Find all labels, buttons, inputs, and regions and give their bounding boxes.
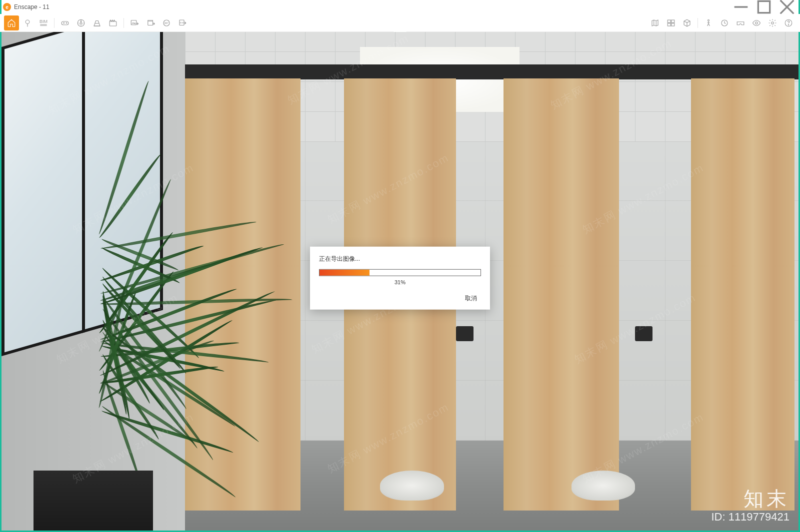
gamepad-button[interactable]	[58, 15, 72, 30]
exe-icon: EXE	[178, 18, 187, 27]
panorama-icon: 360°	[162, 18, 171, 27]
svg-rect-24	[668, 20, 670, 22]
sun-button[interactable]	[717, 15, 732, 30]
svg-point-31	[772, 21, 774, 24]
dialog-title: 正在导出图像...	[319, 255, 481, 263]
help-icon	[784, 18, 793, 27]
svg-rect-15	[110, 21, 116, 26]
library-icon	[666, 18, 676, 27]
svg-text:EXE: EXE	[180, 21, 184, 23]
svg-rect-17	[148, 21, 153, 25]
map-icon	[650, 18, 660, 27]
cube-button[interactable]	[680, 15, 694, 30]
walk-icon	[704, 18, 713, 27]
bim-button[interactable]: BIM	[36, 15, 51, 30]
clapperboard-icon	[108, 18, 118, 27]
compass-button[interactable]	[74, 15, 88, 30]
video-button[interactable]	[106, 15, 120, 30]
perspective-icon	[92, 18, 102, 27]
progress-percent: 31%	[319, 279, 481, 285]
home-button[interactable]	[4, 15, 19, 30]
progress-bar	[319, 269, 481, 276]
assets-button[interactable]	[664, 15, 678, 30]
svg-point-9	[66, 22, 67, 23]
home-icon	[7, 18, 16, 27]
panorama-button[interactable]: 360°	[159, 15, 174, 30]
screenshot-button[interactable]	[127, 15, 142, 30]
images-export-icon	[146, 18, 155, 27]
svg-rect-27	[672, 23, 674, 25]
vr-headset-icon	[736, 18, 745, 27]
svg-rect-8	[62, 21, 68, 25]
favorites-button[interactable]	[20, 15, 35, 30]
svg-rect-25	[672, 20, 674, 22]
main-toolbar: BIM 360° EXE	[0, 14, 800, 32]
clock-icon	[720, 18, 729, 27]
pin-icon	[23, 18, 32, 27]
settings-button[interactable]	[765, 15, 780, 30]
progress-fill	[320, 270, 370, 276]
vr-button[interactable]	[733, 15, 748, 30]
presentation-button[interactable]	[749, 15, 764, 30]
export-progress-dialog: 正在导出图像... 31% 取消	[310, 247, 490, 310]
svg-point-28	[708, 19, 710, 21]
map-button[interactable]	[648, 15, 662, 30]
render-viewport[interactable]: 知末网 www.znzmo.com知末网 www.znzmo.com知末网 ww…	[2, 32, 798, 531]
menu-lines-icon	[40, 24, 48, 26]
gamepad-icon	[60, 18, 70, 27]
batch-export-button[interactable]	[143, 15, 158, 30]
navigation-button[interactable]	[701, 15, 716, 30]
cancel-button[interactable]: 取消	[461, 292, 481, 305]
svg-rect-16	[131, 20, 136, 24]
gear-icon	[768, 18, 777, 27]
svg-point-33	[788, 24, 788, 25]
help-button[interactable]	[781, 15, 796, 30]
svg-text:360°: 360°	[164, 22, 169, 24]
svg-point-30	[756, 21, 758, 24]
exe-export-button[interactable]: EXE	[175, 15, 190, 30]
cube-icon	[682, 18, 692, 27]
svg-point-4	[26, 20, 30, 24]
eye-icon	[752, 18, 761, 27]
perspective-button[interactable]	[90, 15, 104, 30]
bim-label-text: BIM	[40, 19, 48, 24]
compass-icon	[76, 18, 86, 27]
image-export-icon	[130, 18, 139, 27]
svg-rect-26	[668, 23, 670, 25]
